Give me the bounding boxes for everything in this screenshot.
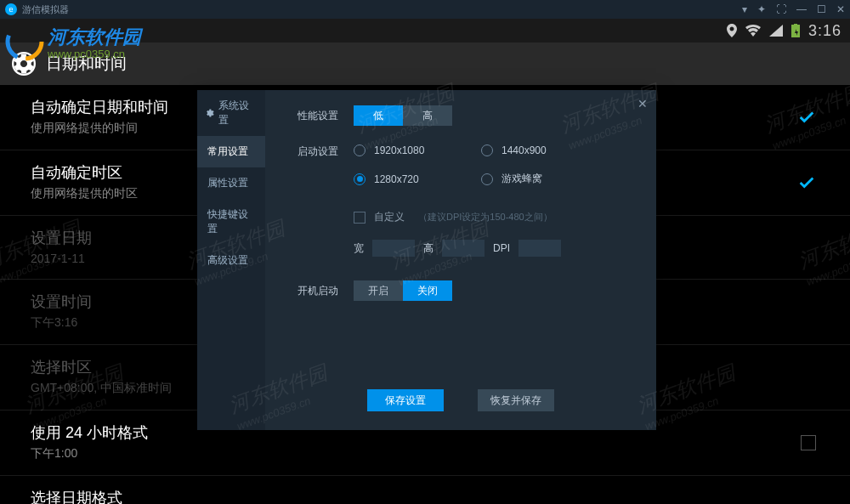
close-icon[interactable]: ✕	[836, 3, 845, 15]
dropdown-icon[interactable]: ▾	[742, 3, 747, 15]
seg-high[interactable]: 高	[403, 105, 452, 126]
page-title: 日期和时间	[46, 53, 127, 75]
checkbox-icon[interactable]	[354, 212, 366, 224]
location-icon	[727, 24, 737, 37]
label-autostart: 开机启动	[284, 284, 338, 298]
row-autostart: 开机启动 开启 关闭	[284, 280, 638, 301]
pin-icon[interactable]: ✦	[757, 3, 766, 15]
input-dpi[interactable]	[518, 240, 561, 257]
dialog-sidebar-header: 系统设置	[197, 90, 265, 136]
radio-1920[interactable]: 1920x1080	[354, 144, 481, 156]
save-button[interactable]: 保存设置	[367, 389, 444, 411]
input-height[interactable]	[442, 240, 484, 257]
gear-icon	[204, 108, 214, 118]
radio-1440[interactable]: 1440x900	[481, 144, 609, 156]
input-width[interactable]	[372, 240, 415, 257]
dialog-title: 系统设置	[218, 99, 258, 127]
app-logo-icon: e	[5, 3, 17, 15]
radio-icon	[354, 173, 366, 185]
radio-icon	[481, 173, 493, 185]
window-title: 游信模拟器	[22, 3, 742, 16]
label-custom: 自定义	[374, 210, 405, 224]
radio-1280[interactable]: 1280x720	[354, 172, 481, 186]
setting-sub: 下午1:00	[31, 446, 819, 462]
row-startup: 启动设置 1920x1080 1440x900 1280x720 游戏蜂窝	[284, 144, 638, 186]
setting-title: 选择日期格式	[31, 488, 819, 504]
system-settings-dialog: 系统设置 常用设置 属性设置 快捷键设置 高级设置 ✕ 性能设置 低 高 启动设…	[197, 90, 656, 430]
window-titlebar: e 游信模拟器 ▾ ✦ ⛶ — ☐ ✕	[0, 0, 850, 19]
label-startup: 启动设置	[284, 144, 338, 159]
android-statusbar: 3:16	[0, 19, 850, 42]
radio-game[interactable]: 游戏蜂窝	[481, 172, 609, 186]
page-header: 日期和时间	[0, 42, 850, 85]
radio-icon	[354, 144, 366, 156]
seg-on[interactable]: 开启	[354, 280, 403, 301]
seg-low[interactable]: 低	[354, 105, 403, 126]
hint-dpi: （建议DPI设定为150-480之间）	[418, 211, 552, 224]
battery-icon	[791, 24, 800, 37]
fullscreen-icon[interactable]: ⛶	[776, 3, 786, 15]
label-height: 高	[423, 241, 434, 256]
tab-shortcuts[interactable]: 快捷键设置	[197, 199, 265, 245]
radio-icon	[481, 144, 493, 156]
close-icon[interactable]: ✕	[638, 97, 648, 110]
wifi-icon	[745, 25, 761, 37]
label-width: 宽	[354, 241, 364, 256]
clock-time: 3:16	[808, 22, 842, 40]
dialog-footer: 保存设置 恢复并保存	[284, 389, 638, 418]
maximize-icon[interactable]: ☐	[817, 3, 826, 15]
check-icon	[797, 173, 816, 192]
setting-date-format[interactable]: 选择日期格式	[0, 476, 850, 504]
row-performance: 性能设置 低 高	[284, 105, 638, 126]
check-icon	[797, 108, 816, 127]
tab-attributes[interactable]: 属性设置	[197, 167, 265, 199]
dialog-sidebar: 系统设置 常用设置 属性设置 快捷键设置 高级设置	[197, 90, 265, 430]
label-performance: 性能设置	[284, 109, 338, 123]
tab-advanced[interactable]: 高级设置	[197, 245, 265, 276]
tab-general[interactable]: 常用设置	[197, 136, 265, 167]
restore-button[interactable]: 恢复并保存	[478, 389, 554, 411]
row-dimensions: 宽 高 DPI	[354, 240, 638, 257]
row-custom[interactable]: 自定义 （建议DPI设定为150-480之间）	[354, 210, 638, 224]
signal-icon	[769, 25, 783, 37]
label-dpi: DPI	[493, 242, 510, 254]
dialog-body: ✕ 性能设置 低 高 启动设置 1920x1080 1440x900 1280x…	[265, 90, 656, 430]
checkbox-icon[interactable]	[801, 435, 816, 450]
minimize-icon[interactable]: —	[796, 3, 807, 15]
seg-off[interactable]: 关闭	[403, 280, 452, 301]
gear-icon	[12, 52, 36, 76]
